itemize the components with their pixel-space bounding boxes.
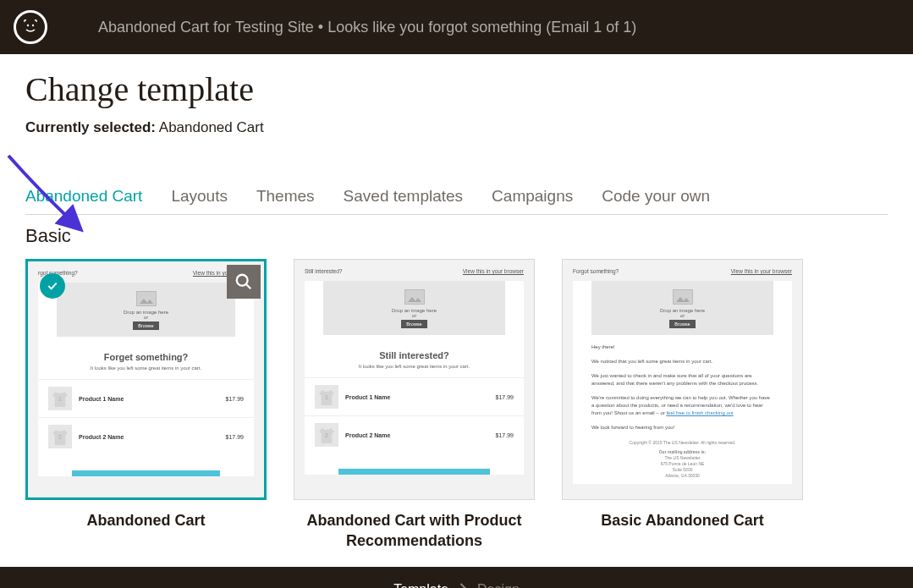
brand-logo[interactable]	[14, 10, 47, 44]
step-design[interactable]: Design	[477, 582, 520, 588]
template-name: Abandoned Cart with Product Recommendati…	[294, 510, 535, 552]
template-card-abandoned-cart[interactable]: rgot something? View this in your browse…	[25, 259, 267, 500]
template-grid: rgot something? View this in your browse…	[25, 259, 888, 552]
selected-check-icon	[40, 273, 65, 299]
tab-bar: Abandoned Cart Layouts Themes Saved temp…	[25, 187, 888, 215]
svg-line-3	[246, 284, 251, 289]
svg-point-2	[237, 275, 248, 286]
tab-campaigns[interactable]: Campaigns	[492, 187, 573, 214]
preview-subject: Still interested?	[305, 268, 342, 274]
step-bar: Template Design	[0, 567, 913, 588]
currently-selected-value: Abandoned Cart	[159, 119, 264, 135]
header-title: Abandoned Cart for Testing Site • Looks …	[98, 19, 636, 36]
tab-code-your-own[interactable]: Code your own	[602, 187, 710, 214]
template-card-abandoned-cart-recs[interactable]: Still interested? View this in your brow…	[294, 259, 535, 500]
tab-layouts[interactable]: Layouts	[171, 187, 228, 214]
preview-view-browser: View this in your browser	[463, 268, 524, 274]
step-template[interactable]: Template	[393, 582, 448, 588]
tab-abandoned-cart[interactable]: Abandoned Cart	[25, 187, 142, 214]
magnify-icon	[234, 272, 253, 291]
svg-point-1	[32, 25, 34, 26]
image-placeholder-icon	[404, 289, 425, 305]
currently-selected-label: Currently selected:	[25, 119, 156, 135]
preview-zoom-button[interactable]	[227, 265, 261, 299]
template-name: Abandoned Cart	[25, 510, 267, 530]
preview-subject: Forgot something?	[573, 268, 619, 274]
image-placeholder-icon	[136, 291, 157, 306]
template-card-basic-abandoned-cart[interactable]: Forgot something? View this in your brow…	[562, 259, 803, 500]
image-placeholder-icon	[673, 289, 693, 305]
currently-selected-row: Currently selected: Abandoned Cart	[25, 119, 888, 136]
page-title: Change template	[25, 69, 888, 109]
monkey-icon	[20, 17, 41, 37]
tab-saved-templates[interactable]: Saved templates	[344, 187, 464, 214]
template-preview: Still interested? View this in your brow…	[294, 260, 534, 499]
svg-point-0	[27, 25, 29, 26]
chevron-right-icon	[459, 582, 467, 588]
preview-view-browser: View this in your browser	[731, 268, 792, 274]
section-title: Basic	[25, 225, 888, 247]
tab-themes[interactable]: Themes	[256, 187, 315, 214]
template-preview: Forgot something? View this in your brow…	[563, 260, 802, 499]
template-name: Basic Abandoned Cart	[562, 510, 803, 530]
top-bar: Abandoned Cart for Testing Site • Looks …	[0, 0, 913, 54]
